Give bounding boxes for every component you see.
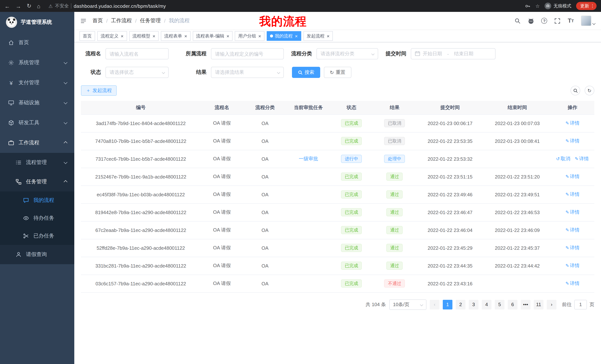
- action-detail-link[interactable]: ✎详情: [565, 138, 580, 144]
- sidebar-item-my-process[interactable]: 我的流程: [0, 192, 74, 209]
- reload-icon[interactable]: ↻: [27, 3, 31, 9]
- action-detail-link[interactable]: ✎详情: [565, 227, 580, 233]
- search-button[interactable]: 搜索: [292, 67, 320, 78]
- sidebar-item-process-management[interactable]: 流程管理: [0, 153, 74, 172]
- pager-page-4[interactable]: 4: [482, 300, 491, 309]
- tab-close-icon[interactable]: ×: [295, 34, 298, 38]
- sidebar-item-label: 支付管理: [19, 79, 60, 86]
- browser-update-button[interactable]: 更新 ⋮: [576, 2, 597, 10]
- action-detail-link[interactable]: ✎详情: [565, 174, 580, 179]
- pager-page-3[interactable]: 3: [469, 300, 478, 309]
- action-cancel-link[interactable]: ↺取消: [556, 156, 570, 161]
- forward-icon[interactable]: →: [16, 3, 21, 9]
- cell-process-name: OA 请假: [200, 132, 243, 150]
- cell-category: OA: [243, 257, 287, 275]
- search-icon[interactable]: [515, 18, 521, 24]
- action-detail-link[interactable]: ✎详情: [565, 120, 580, 126]
- result-select[interactable]: 请选择流结果: [211, 67, 284, 78]
- pager-page-6[interactable]: 6: [508, 300, 517, 309]
- tab-流程表单[interactable]: 流程表单×: [161, 31, 190, 41]
- hamburger-icon[interactable]: [80, 18, 87, 24]
- process-name-input[interactable]: [110, 51, 165, 57]
- help-icon[interactable]: ?: [541, 18, 547, 24]
- action-detail-link[interactable]: ✎详情: [565, 280, 580, 286]
- sidebar-item-todo-tasks[interactable]: 待办任务: [0, 209, 74, 227]
- end-date-placeholder[interactable]: 结束日期: [454, 50, 473, 57]
- bookmark-star-icon[interactable]: ☆: [535, 3, 540, 9]
- user-menu[interactable]: [581, 16, 595, 26]
- breadcrumb-item[interactable]: 首页: [92, 18, 103, 24]
- tab-close-icon[interactable]: ×: [327, 34, 330, 38]
- category-select[interactable]: 请选择流程分类: [316, 48, 378, 59]
- start-process-button[interactable]: ＋ 发起流程: [81, 85, 117, 96]
- sidebar-item-infrastructure[interactable]: 基础设施: [0, 93, 74, 113]
- back-icon[interactable]: ←: [4, 3, 10, 9]
- sidebar-item-devtools[interactable]: 研发工具: [0, 113, 74, 133]
- action-detail-link[interactable]: ✎详情: [565, 192, 580, 197]
- cell-result: 通过: [373, 185, 416, 203]
- tab-我的流程[interactable]: 我的流程×: [267, 31, 301, 41]
- sidebar-item-workflow[interactable]: 工作流程: [0, 133, 74, 153]
- tab-close-icon[interactable]: ×: [227, 34, 229, 38]
- fullscreen-icon[interactable]: [554, 18, 561, 24]
- col-header-process-name: 流程名: [200, 101, 243, 114]
- refresh-table-button[interactable]: ↻: [585, 86, 594, 95]
- tab-close-icon[interactable]: ×: [184, 34, 187, 38]
- reset-button[interactable]: ↻ 重置: [324, 67, 351, 78]
- table-row: ec45f38f-7b9a-11ec-b03b-acde48001122OA 请…: [81, 185, 594, 203]
- tab-首页[interactable]: 首页: [80, 31, 95, 41]
- status-tag: 已完成: [341, 119, 362, 127]
- next-page-button[interactable]: ›: [547, 300, 556, 309]
- page-size-select[interactable]: 10条/页: [389, 299, 426, 310]
- breadcrumb-item[interactable]: 工作流程: [111, 18, 132, 24]
- home-icon[interactable]: ⌂: [37, 3, 40, 9]
- tab-close-icon[interactable]: ×: [121, 34, 123, 38]
- tab-流程定义[interactable]: 流程定义×: [97, 31, 127, 41]
- sidebar-item-label: 系统管理: [19, 59, 60, 66]
- browser-menu-icon[interactable]: ⋮: [590, 3, 595, 9]
- prev-page-button[interactable]: ‹: [430, 300, 440, 309]
- pager-page-2[interactable]: 2: [456, 300, 465, 309]
- action-detail-link[interactable]: ✎详情: [565, 245, 580, 250]
- sidebar-item-home[interactable]: 首页: [0, 33, 74, 53]
- chat-bubble-icon: [23, 197, 29, 203]
- current-task-link[interactable]: 一级审批: [299, 156, 318, 161]
- cell-actions: ✎详情: [551, 239, 594, 257]
- tab-close-icon[interactable]: ×: [152, 34, 155, 38]
- pager-pages: 123456•••11: [443, 300, 543, 309]
- sidebar-item-leave-query[interactable]: 请假查询: [0, 245, 74, 264]
- tab-close-icon[interactable]: ×: [258, 34, 261, 38]
- breadcrumb-item[interactable]: 任务管理: [140, 18, 161, 24]
- toggle-search-button[interactable]: [571, 86, 580, 95]
- tab-流程表单-编辑[interactable]: 流程表单-编辑×: [193, 31, 233, 41]
- action-detail-link[interactable]: ✎详情: [565, 209, 580, 215]
- sidebar-item-done-tasks[interactable]: 已办任务: [0, 227, 74, 245]
- address-bar-url[interactable]: dashboard.yudao.iocoder.cn/bpm/task/my: [74, 3, 166, 9]
- submit-time-range-picker[interactable]: 开始日期 - 结束日期: [411, 48, 496, 59]
- col-header-status: 状态: [330, 101, 373, 114]
- tab-发起流程[interactable]: 发起流程×: [303, 31, 333, 41]
- tab-用户分组[interactable]: 用户分组×: [235, 31, 264, 41]
- sidebar-item-system[interactable]: 系统管理: [0, 53, 74, 73]
- status-select[interactable]: 请选择状态: [105, 67, 169, 78]
- goto-page-input[interactable]: [574, 300, 587, 309]
- avatar[interactable]: [581, 16, 591, 26]
- sidebar-item-task-management[interactable]: 任务管理: [0, 172, 74, 192]
- process-definition-input[interactable]: [215, 51, 280, 57]
- pager-page-5[interactable]: 5: [495, 300, 504, 309]
- cell-result: 已取消: [373, 114, 416, 132]
- action-detail-link[interactable]: ✎详情: [565, 263, 580, 268]
- security-warning-label[interactable]: 不安全: [55, 3, 69, 9]
- pager-more-button[interactable]: •••: [521, 300, 531, 309]
- key-icon[interactable]: [525, 3, 531, 9]
- sidebar-item-payment[interactable]: ¥ 支付管理: [0, 73, 74, 93]
- status-tag: 已完成: [341, 172, 362, 181]
- action-detail-link[interactable]: ✎详情: [575, 156, 589, 161]
- pager-page-11[interactable]: 11: [534, 300, 543, 309]
- start-date-placeholder[interactable]: 开始日期: [423, 50, 442, 57]
- font-size-icon[interactable]: TT: [568, 18, 574, 24]
- pager-page-1[interactable]: 1: [443, 300, 452, 309]
- cell-result: 已取消: [373, 132, 416, 150]
- github-icon[interactable]: [528, 18, 534, 24]
- tab-流程模型[interactable]: 流程模型×: [129, 31, 159, 41]
